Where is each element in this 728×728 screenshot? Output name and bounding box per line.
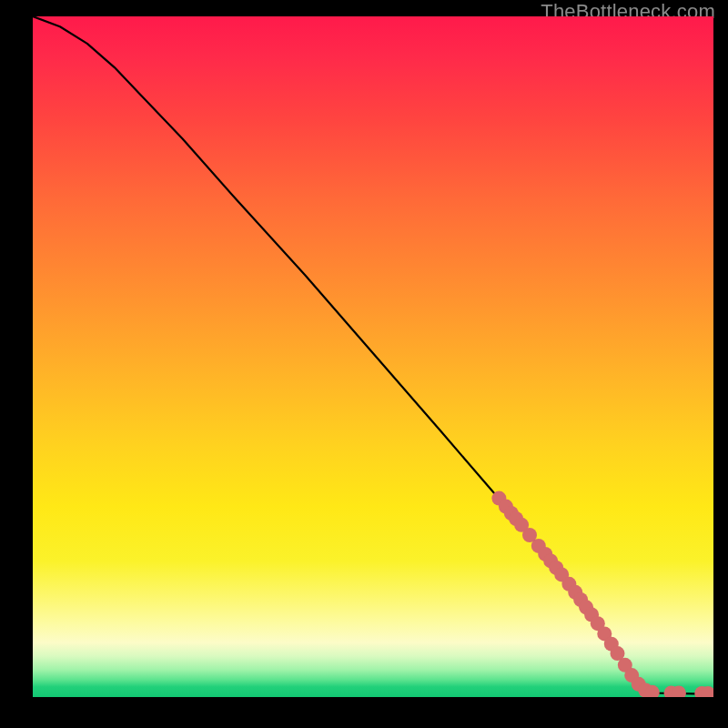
bottleneck-curve bbox=[33, 16, 713, 693]
data-points bbox=[491, 491, 713, 697]
chart-frame: TheBottleneck.com bbox=[0, 0, 728, 728]
plot-area bbox=[33, 16, 713, 697]
chart-overlay bbox=[33, 16, 713, 697]
